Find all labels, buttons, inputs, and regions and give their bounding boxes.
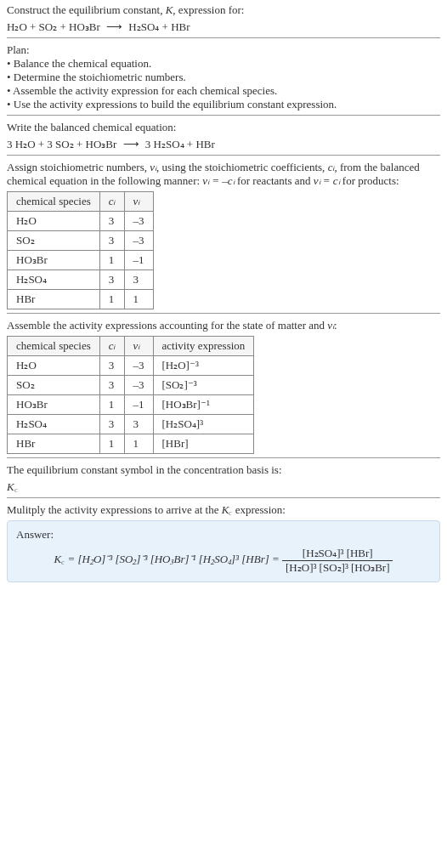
cell-species: H₂SO₄: [8, 415, 100, 434]
mult-b: expression:: [232, 503, 285, 516]
nu-symbol: νᵢ: [327, 319, 334, 332]
cell-nu: –3: [124, 356, 153, 376]
eq-lhs: H₂O + SO₂ + HO₃Br: [7, 20, 100, 33]
divider: [7, 115, 440, 116]
fraction-numerator: [H₂SO₄]³ [HBr]: [282, 547, 393, 561]
kc-inline: K꜀: [222, 503, 233, 516]
table-row: H₂SO₄33: [8, 270, 154, 290]
cell-species: HO₃Br: [8, 251, 100, 270]
divider: [7, 313, 440, 314]
cell-nu: –3: [124, 231, 153, 251]
cell-species: H₂SO₄: [8, 270, 100, 290]
table-header-row: chemical species cᵢ νᵢ: [8, 192, 154, 212]
kc-def-line: The equilibrium constant symbol in the c…: [7, 463, 440, 477]
rel1: νᵢ = –cᵢ: [202, 174, 234, 187]
col-ci: cᵢ: [99, 337, 124, 356]
plan-bullet-3: • Assemble the activity expression for e…: [7, 84, 440, 98]
stoich-intro: Assign stoichiometric numbers, νᵢ, using…: [7, 161, 440, 188]
col-species: chemical species: [8, 337, 100, 356]
stoich-e: for products:: [340, 174, 399, 187]
mult-line: Mulitply the activity expressions to arr…: [7, 503, 440, 517]
plan-bullet-1: • Balance the chemical equation.: [7, 57, 440, 71]
cell-species: H₂O: [8, 212, 100, 231]
cell-nu: 1: [124, 434, 153, 454]
divider: [7, 37, 440, 38]
cell-act: [HBr]: [153, 434, 254, 454]
plan-bullet-2: • Determine the stoichiometric numbers.: [7, 71, 440, 84]
cell-nu: –3: [124, 212, 153, 231]
col-act: activity expression: [153, 337, 254, 356]
cell-ci: 1: [99, 290, 124, 309]
plan-title: Plan:: [7, 43, 440, 57]
cell-act: [H₂SO₄]³: [153, 415, 254, 434]
table-row: HO₃Br1–1: [8, 251, 154, 270]
cell-ci: 3: [99, 415, 124, 434]
cell-species: HO₃Br: [8, 395, 100, 415]
stoich-a: Assign stoichiometric numbers,: [7, 161, 150, 173]
stoich-table: chemical species cᵢ νᵢ H₂O3–3 SO₂3–3 HO₃…: [7, 191, 154, 309]
cell-species: HBr: [8, 434, 100, 454]
cell-ci: 1: [99, 251, 124, 270]
balanced-equation: 3 H₂O + 3 SO₂ + HO₃Br ⟶ 3 H₂SO₄ + HBr: [7, 138, 440, 151]
balanced-rhs: 3 H₂SO₄ + HBr: [145, 138, 215, 150]
nu-symbol: νᵢ: [150, 161, 156, 173]
rel2: νᵢ = cᵢ: [314, 174, 340, 187]
table-row: HO₃Br1–1[HO₃Br]⁻¹: [8, 395, 254, 415]
fraction-denominator: [H₂O]³ [SO₂]³ [HO₃Br]: [282, 561, 393, 575]
cell-ci: 1: [99, 395, 124, 415]
cell-species: H₂O: [8, 356, 100, 376]
col-species: chemical species: [8, 192, 100, 212]
activity-intro: Assemble the activity expressions accoun…: [7, 319, 440, 332]
cell-ci: 3: [99, 212, 124, 231]
eq-rhs: H₂SO₄ + HBr: [128, 20, 190, 33]
table-header-row: chemical species cᵢ νᵢ activity expressi…: [8, 337, 254, 356]
table-row: H₂O3–3[H₂O]⁻³: [8, 356, 254, 376]
balanced-title: Write the balanced chemical equation:: [7, 121, 440, 134]
prompt-text-b: , expression for:: [173, 3, 244, 16]
prompt-text-a: Construct the equilibrium constant,: [7, 3, 166, 16]
kc-symbol: K꜀: [7, 480, 440, 494]
arrow-icon: ⟶: [123, 138, 139, 151]
divider: [7, 155, 440, 156]
answer-box: Answer: K꜀ = [H₂O]⁻³ [SO₂]⁻³ [HO₃Br]⁻¹ […: [7, 520, 440, 582]
cell-species: SO₂: [8, 376, 100, 395]
balanced-lhs: 3 H₂O + 3 SO₂ + HO₃Br: [7, 138, 116, 150]
table-row: SO₂3–3: [8, 231, 154, 251]
cell-act: [H₂O]⁻³: [153, 356, 254, 376]
cell-nu: –3: [124, 376, 153, 395]
mult-a: Mulitply the activity expressions to arr…: [7, 503, 222, 516]
stoich-d: for reactants and: [235, 174, 314, 187]
col-ci: cᵢ: [99, 192, 124, 212]
cell-nu: 3: [124, 415, 153, 434]
cell-act: [HO₃Br]⁻¹: [153, 395, 254, 415]
table-row: H₂O3–3: [8, 212, 154, 231]
divider: [7, 457, 440, 458]
arrow-icon: ⟶: [106, 20, 122, 34]
cell-ci: 3: [99, 356, 124, 376]
table-row: HBr11: [8, 290, 154, 309]
col-nu: νᵢ: [124, 192, 153, 212]
col-nu: νᵢ: [124, 337, 153, 356]
cell-nu: –1: [124, 395, 153, 415]
cell-ci: 3: [99, 270, 124, 290]
divider: [7, 497, 440, 498]
cell-nu: 3: [124, 270, 153, 290]
answer-equation: K꜀ = [H₂O]⁻³ [SO₂]⁻³ [HO₃Br]⁻¹ [H₂SO₄]³ …: [16, 547, 431, 575]
cell-species: SO₂: [8, 231, 100, 251]
cell-ci: 3: [99, 376, 124, 395]
table-row: SO₂3–3[SO₂]⁻³: [8, 376, 254, 395]
plan-bullet-4: • Use the activity expressions to build …: [7, 98, 440, 111]
cell-ci: 1: [99, 434, 124, 454]
table-row: HBr11[HBr]: [8, 434, 254, 454]
table-row: H₂SO₄33[H₂SO₄]³: [8, 415, 254, 434]
prompt-header: Construct the equilibrium constant, K, e…: [7, 3, 440, 17]
plan-block: Plan: • Balance the chemical equation. •…: [7, 43, 440, 111]
stoich-b: , using the stoichiometric coefficients,: [156, 161, 328, 173]
answer-lhs: K꜀ = [H₂O]⁻³ [SO₂]⁻³ [HO₃Br]⁻¹ [H₂SO₄]³ …: [54, 553, 283, 565]
cell-nu: 1: [124, 290, 153, 309]
answer-label: Answer:: [16, 528, 431, 542]
cell-nu: –1: [124, 251, 153, 270]
cell-species: HBr: [8, 290, 100, 309]
cell-ci: 3: [99, 231, 124, 251]
activity-table: chemical species cᵢ νᵢ activity expressi…: [7, 336, 254, 454]
